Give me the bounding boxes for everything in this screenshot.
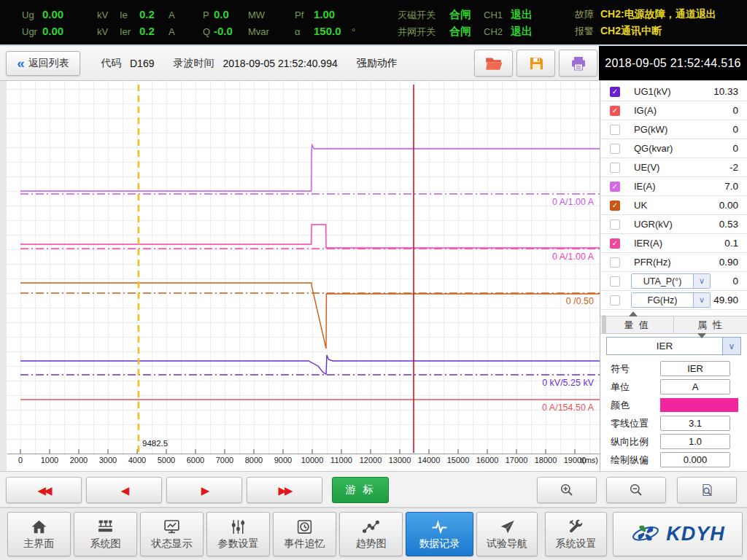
property-row: 单位A xyxy=(611,379,743,394)
app-button-navigation[interactable]: 试验导航 xyxy=(476,512,538,556)
status-label: 报警 xyxy=(575,23,600,39)
x-tick-label: 6000 xyxy=(187,456,204,464)
home-icon xyxy=(30,518,48,536)
save-icon xyxy=(527,55,546,72)
color-swatch[interactable] xyxy=(660,398,738,412)
zoom-in-button[interactable] xyxy=(537,477,597,503)
step-back-button[interactable]: ◀ xyxy=(86,477,162,503)
scale-label-IER: 0 A/1.00 A xyxy=(552,252,595,262)
app-button-label: 参数设置 xyxy=(218,537,259,551)
property-row: 绘制纵偏0.000 xyxy=(611,452,743,467)
signal-checkbox[interactable]: ✓ xyxy=(610,238,620,249)
property-input[interactable]: 1.0 xyxy=(660,434,730,449)
signal-checkbox[interactable] xyxy=(610,125,620,135)
open-folder-button[interactable] xyxy=(474,50,513,77)
status-row: Ie0.2A xyxy=(120,6,175,23)
app-button-home[interactable]: 主界面 xyxy=(7,512,71,556)
print-button[interactable] xyxy=(559,50,597,77)
zoom-out-button[interactable] xyxy=(606,477,666,503)
status-label: Q xyxy=(203,23,214,40)
x-tick-label: 12000 xyxy=(360,456,382,464)
status-column: 灭磁开关合闸并网开关合闸 xyxy=(398,6,471,39)
signal-name-dropdown: UTA_P(°)∨ xyxy=(631,273,711,289)
fast-forward-button[interactable]: ▶▶ xyxy=(247,477,322,503)
x-tick-label: 0 xyxy=(18,456,23,464)
signal-name: QG(kvar) xyxy=(634,143,673,154)
step-forward-button[interactable]: ▶ xyxy=(166,477,242,503)
signal-checkbox[interactable] xyxy=(610,295,620,306)
property-input[interactable]: 3.1 xyxy=(660,416,730,431)
property-label: 绘制纵偏 xyxy=(611,454,649,467)
signal-checkbox[interactable] xyxy=(610,257,620,268)
signal-name: PG(kW) xyxy=(634,124,667,135)
signal-checkbox[interactable]: ✓ xyxy=(610,201,620,211)
app-button-waveform[interactable]: 数据记录 xyxy=(406,512,473,556)
property-input[interactable]: 0.000 xyxy=(660,452,730,467)
status-label: Ier xyxy=(120,23,139,40)
signal-value: 0.53 xyxy=(719,219,738,230)
status-row: Ugr0.00kV xyxy=(22,23,108,39)
kdyh-emblem-icon xyxy=(630,520,661,549)
signal-name-dropdown: FG(Hz)∨ xyxy=(631,292,711,308)
app-button-status-display[interactable]: 状态显示 xyxy=(140,512,204,556)
record-time-label: 录波时间 xyxy=(173,57,214,70)
property-input[interactable]: IER xyxy=(660,361,730,376)
cursor-toggle-button[interactable]: 游 标 xyxy=(332,477,389,503)
status-row: Q-0.0Mvar xyxy=(203,23,269,39)
x-tick-label: 9000 xyxy=(274,456,292,464)
signal-name: IE(A) xyxy=(634,181,656,192)
series-IE xyxy=(20,145,600,191)
signal-checkbox[interactable] xyxy=(610,163,620,173)
status-value: 0.00 xyxy=(42,23,97,39)
signal-value: 0 xyxy=(732,143,738,154)
zoom-preview-button[interactable] xyxy=(677,477,737,503)
x-tick-label: 17000 xyxy=(506,456,528,464)
status-label: 并网开关 xyxy=(398,23,449,40)
app-button-label: 事件追忆 xyxy=(285,537,325,551)
chevron-down-icon[interactable]: ∨ xyxy=(693,274,710,288)
signal-value: 7.0 xyxy=(724,181,738,192)
status-display-icon xyxy=(163,518,181,536)
status-label: CH1 xyxy=(484,7,511,23)
signal-selector-dropdown[interactable]: IER ∨ xyxy=(606,337,741,355)
property-row: 符号IER xyxy=(611,361,743,376)
selected-signal: IER xyxy=(607,338,722,354)
signal-name: IER(A) xyxy=(634,238,662,249)
signal-value: 0 xyxy=(732,124,738,135)
signal-checkbox[interactable]: ✓ xyxy=(610,182,620,192)
property-input[interactable]: A xyxy=(660,379,730,394)
chevron-down-icon[interactable]: ∨ xyxy=(722,338,740,354)
status-column: Ie0.2AIer0.2A xyxy=(120,6,175,39)
signal-checkbox[interactable] xyxy=(610,219,620,230)
signal-checkbox[interactable]: ✓ xyxy=(610,106,620,116)
panel-splitter-handle[interactable] xyxy=(602,315,606,334)
status-row: CH1退出 xyxy=(484,6,533,23)
signal-name: IG(A) xyxy=(634,105,657,116)
step-back-icon: ◀ xyxy=(121,485,128,496)
save-button[interactable] xyxy=(516,50,555,77)
waveform-chart[interactable]: 0100020003000400050006000700080009000100… xyxy=(0,81,600,471)
chevron-down-icon[interactable]: ∨ xyxy=(693,293,710,307)
app-button-trend-chart[interactable]: 趋势图 xyxy=(339,512,403,556)
app-button-param-settings[interactable]: 参数设置 xyxy=(206,512,270,556)
tab-values[interactable]: 量 值 xyxy=(600,316,673,333)
signal-checkbox[interactable] xyxy=(610,276,620,287)
file-buttons xyxy=(474,50,597,77)
back-to-list-button[interactable]: « 返回列表 xyxy=(6,51,80,76)
signal-value: 49.90 xyxy=(713,295,738,306)
signal-checkbox[interactable]: ✓ xyxy=(610,87,620,97)
status-row: 故障CH2:电源故障，通道退出 xyxy=(575,6,716,23)
signal-value: 0.90 xyxy=(719,257,738,268)
status-label: Pf xyxy=(295,7,314,23)
code-value: D169 xyxy=(130,58,154,69)
rewind-button[interactable]: ◀◀ xyxy=(6,477,82,503)
tab-properties[interactable]: 属 性 xyxy=(673,316,747,333)
app-button-event-recall[interactable]: 事件追忆 xyxy=(273,512,336,556)
app-button-tools[interactable]: 系统设置 xyxy=(545,512,607,556)
property-label: 单位 xyxy=(611,381,630,394)
signal-checkbox[interactable] xyxy=(610,144,620,154)
clock-display: 2018-09-05 21:52:44.516 xyxy=(599,46,747,80)
app-button-system-diagram[interactable]: 系统图 xyxy=(74,512,137,556)
x-tick-label: 2000 xyxy=(70,456,88,464)
status-unit: A xyxy=(169,23,175,40)
